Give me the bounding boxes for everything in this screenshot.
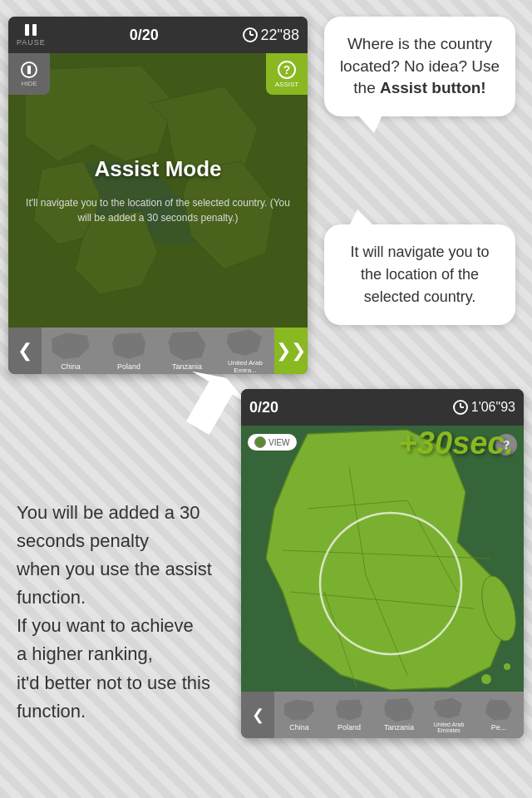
svg-point-13 (481, 674, 491, 684)
top-game-screenshot: PAUSE 0/20 22"88 Assist Mode It'll navig… (8, 17, 308, 374)
bottom-country-bar: ❮ China Poland Tanzania United ArabEmira… (241, 692, 524, 738)
list-item[interactable]: United ArabEmira... (216, 328, 274, 374)
top-country-bar: ❮ China Poland Tanzania United ArabEmira… (8, 328, 308, 374)
bottom-poland-label: Poland (337, 723, 361, 732)
bottom-peru-silhouette (482, 698, 515, 722)
bottom-peru-label: Pe... (491, 723, 507, 732)
bottom-uae-label: United ArabEmirates (434, 722, 465, 733)
bottom-clock-icon (453, 400, 468, 415)
assist-label: ASSIST (275, 81, 298, 88)
left-text-line2: seconds penalty (17, 530, 149, 551)
list-item[interactable]: Poland (100, 328, 158, 374)
uae-label: United ArabEmira... (228, 359, 263, 374)
bottom-china-label: China (289, 723, 309, 732)
bottom-country-items: China Poland Tanzania United ArabEmirate… (274, 692, 524, 738)
list-item[interactable]: Pe... (474, 692, 524, 738)
pause-label: PAUSE (17, 38, 46, 47)
view-button[interactable]: VIEW (248, 434, 297, 451)
left-text-line8: function. (17, 701, 86, 722)
assist-button-text: Assist button! (380, 79, 486, 96)
top-map-area: Assist Mode It'll navigate you to the lo… (8, 53, 308, 328)
list-item[interactable]: Poland (324, 692, 374, 738)
poland-label: Poland (117, 362, 140, 371)
bottom-speech-bubble: It will navigate you to the location of … (324, 224, 515, 325)
china-silhouette (50, 332, 91, 361)
left-text-line4: function. (17, 587, 86, 608)
bubble-bottom-text: It will navigate you to the location of … (350, 244, 489, 305)
bottom-poland-silhouette (332, 698, 366, 722)
list-item[interactable]: China (42, 328, 100, 374)
hide-button[interactable]: HIDE (8, 53, 50, 95)
bottom-map-area: VIEW ? (241, 426, 524, 692)
left-text-line3: when you use the assist (17, 559, 212, 579)
pause-bar-right (32, 24, 37, 36)
list-item[interactable]: Tanzania (158, 328, 216, 374)
bottom-nav-left-button[interactable]: ❮ (241, 692, 274, 738)
top-timer-value: 22"88 (261, 27, 299, 44)
penalty-badge: +30sec. (399, 426, 514, 461)
assist-button[interactable]: ? ASSIST (266, 53, 308, 95)
top-game-header: PAUSE 0/20 22"88 (8, 17, 308, 53)
hide-label: HIDE (21, 80, 37, 87)
bottom-tanzania-silhouette (382, 698, 416, 722)
left-description-text: You will be added a 30 seconds penalty w… (17, 499, 224, 726)
bottom-china-silhouette (283, 698, 316, 722)
svg-point-14 (504, 663, 510, 670)
assist-icon: ? (278, 61, 296, 79)
left-text-line5: If you want to achieve (17, 615, 194, 636)
uae-silhouette (224, 328, 266, 357)
bottom-game-header: 0/20 1'06"93 (241, 389, 524, 426)
bottom-timer-value: 1'06"93 (471, 400, 515, 415)
bottom-timer: 1'06"93 (453, 400, 515, 415)
tanzania-label: Tanzania (172, 362, 202, 371)
top-score: 0/20 (130, 27, 159, 44)
globe-icon (254, 436, 266, 448)
list-item[interactable]: China (274, 692, 324, 738)
assist-mode-desc: It'll navigate you to the location of th… (8, 195, 308, 225)
poland-silhouette (108, 332, 150, 361)
china-label: China (61, 362, 81, 371)
view-label: VIEW (268, 438, 290, 447)
clock-icon (243, 27, 258, 42)
bottom-uae-silhouette (432, 697, 466, 720)
hide-icon (21, 62, 37, 78)
pause-bar-left (25, 24, 29, 36)
list-item[interactable]: United ArabEmirates (424, 692, 474, 738)
left-text-line6: a higher ranking, (17, 643, 153, 664)
bubble-top-text: Where is the country located? No idea? U… (340, 35, 500, 96)
assist-overlay: Assist Mode It'll navigate you to the lo… (8, 53, 308, 328)
tanzania-silhouette (166, 332, 208, 361)
assist-mode-title: Assist Mode (94, 156, 221, 182)
top-timer: 22"88 (243, 27, 299, 44)
pause-button[interactable]: PAUSE (17, 24, 46, 47)
left-text-line1: You will be added a 30 (17, 502, 200, 523)
nav-right-button[interactable]: ❯❯ (274, 328, 308, 374)
list-item[interactable]: Tanzania (374, 692, 424, 738)
top-country-items: China Poland Tanzania United ArabEmira..… (42, 328, 274, 374)
bottom-tanzania-label: Tanzania (384, 723, 414, 732)
top-speech-bubble: Where is the country located? No idea? U… (324, 17, 515, 116)
africa-map-svg (241, 426, 524, 692)
bottom-score: 0/20 (249, 399, 278, 416)
nav-left-button[interactable]: ❮ (8, 328, 42, 374)
left-text-line7: it'd better not to use this (17, 672, 210, 693)
